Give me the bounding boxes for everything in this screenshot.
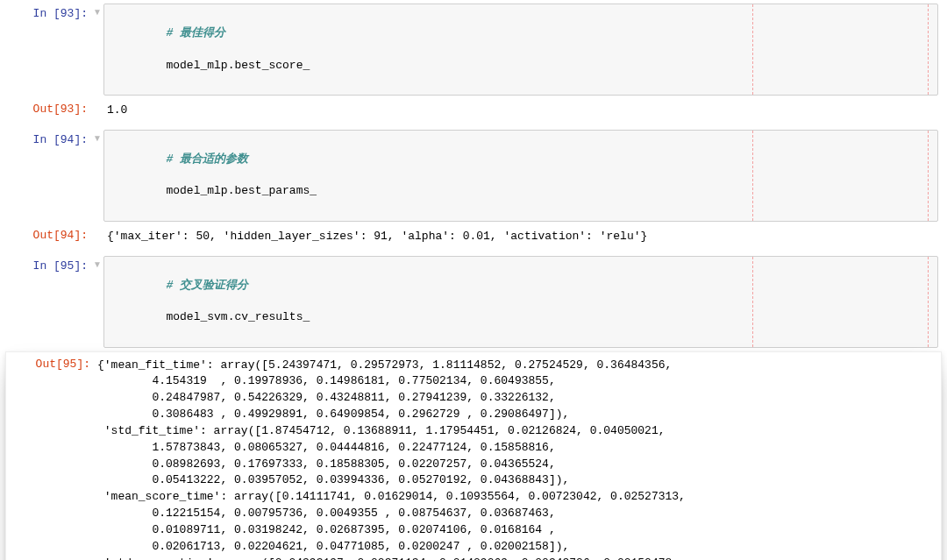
code-line: model_svm.cv_results_ [166,310,310,323]
output-prompt-93: Out[93]: [4,97,91,124]
output-prompt-95: Out[95]: [6,352,94,377]
code-comment: # 交叉验证得分 [166,279,248,292]
code-input-area-95[interactable]: # 交叉验证得分 model_svm.cv_results_ [103,256,938,348]
input-prompt-93[interactable]: In [93]: [4,2,91,97]
output-text: {'max_iter': 50, 'hidden_layer_sizes': 9… [107,229,936,245]
code-line: model_mlp.best_score_ [166,59,310,72]
code-cell-95-output-panel: Out[95]: {'mean_fit_time': array([5.2439… [5,351,942,561]
code-input-area-94[interactable]: # 最合适的参数 model_mlp.best_params_ [103,130,938,222]
jupyter-notebook: In [93]: ▼ # 最佳得分 model_mlp.best_score_ … [0,0,947,560]
code-comment: # 最佳得分 [166,26,225,39]
output-prompt-94: Out[94]: [4,223,91,251]
code-comment: # 最合适的参数 [166,152,248,166]
code-input-area-93[interactable]: # 最佳得分 model_mlp.best_score_ [103,4,938,96]
input-prompt-94[interactable]: In [94]: [4,128,91,223]
code-line: model_mlp.best_params_ [166,184,317,197]
code-cell-95-input-row: In [95]: ▼ # 交叉验证得分 model_svm.cv_results… [0,254,947,350]
ruler-line [752,4,753,95]
cell-collapser-icon[interactable]: ▼ [91,2,103,97]
ruler-line [928,131,929,221]
ruler-line [928,4,929,95]
code-cell-93-input-row: In [93]: ▼ # 最佳得分 model_mlp.best_score_ [0,2,947,97]
cell-collapser-icon[interactable]: ▼ [91,254,103,350]
code-cell-93-output-row: Out[93]: 1.0 [0,97,947,124]
ruler-line [752,257,753,347]
output-collapser[interactable] [91,97,103,124]
output-area-95: {'mean_fit_time': array([5.24397471, 0.2… [94,352,941,561]
ruler-line [752,131,753,221]
code-cell-94-input-row: In [94]: ▼ # 最合适的参数 model_mlp.best_param… [0,128,947,223]
output-area-93: 1.0 [103,97,943,124]
output-collapser[interactable] [91,223,103,251]
output-area-94: {'max_iter': 50, 'hidden_layer_sizes': 9… [103,223,943,251]
output-text: 1.0 [107,103,936,119]
code-cell-94-output-row: Out[94]: {'max_iter': 50, 'hidden_layer_… [0,223,947,251]
input-prompt-95[interactable]: In [95]: [4,254,91,350]
output-text: {'mean_fit_time': array([5.24397471, 0.2… [97,358,934,561]
cell-collapser-icon[interactable]: ▼ [91,128,103,223]
ruler-line [928,257,929,347]
